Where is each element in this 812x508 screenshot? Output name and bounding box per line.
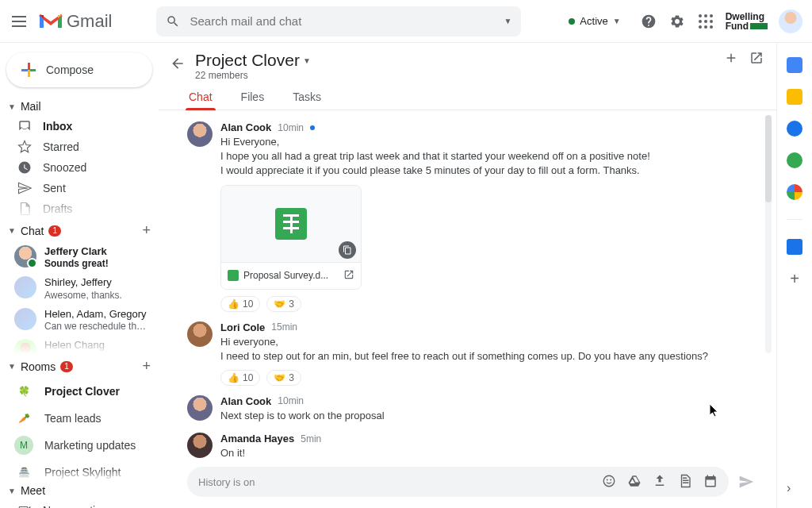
tasks-app-icon[interactable] bbox=[787, 121, 802, 137]
caret-down-icon: ▼ bbox=[8, 226, 16, 235]
message-avatar bbox=[187, 321, 213, 347]
message-author: Amanda Hayes bbox=[220, 433, 294, 444]
room-item[interactable]: 🥕 Team leads bbox=[0, 405, 159, 432]
section-chat-header[interactable]: ▼ Chat 1 + bbox=[0, 219, 159, 242]
copy-doc-icon[interactable] bbox=[339, 241, 356, 259]
message: Amanda Hayes 5min On it! bbox=[187, 428, 760, 460]
nav-inbox-label: Inbox bbox=[43, 120, 72, 133]
calendar-add-icon[interactable] bbox=[703, 474, 718, 491]
presence-status[interactable]: Active ▼ bbox=[561, 12, 628, 30]
drafts-icon bbox=[17, 202, 32, 216]
collapse-icon[interactable] bbox=[724, 51, 738, 67]
avatar bbox=[14, 276, 36, 298]
chat-item[interactable]: Shirley, JefferyAwesome, thanks. bbox=[0, 273, 159, 304]
room-item-project-clover[interactable]: 🍀 Project Clover bbox=[0, 378, 159, 405]
nav-inbox[interactable]: Inbox bbox=[0, 116, 159, 137]
nav-snoozed-label: Snoozed bbox=[43, 161, 86, 174]
profile-avatar[interactable] bbox=[779, 10, 802, 33]
org-line1: Dwelling bbox=[726, 12, 768, 21]
search-input[interactable] bbox=[190, 14, 494, 28]
section-meet-label: Meet bbox=[21, 484, 45, 497]
help-icon[interactable] bbox=[640, 13, 657, 30]
scrollbar-thumb[interactable] bbox=[765, 115, 772, 202]
emoji-icon[interactable] bbox=[602, 474, 616, 491]
tab-chat[interactable]: Chat bbox=[187, 84, 214, 110]
people-app-icon[interactable] bbox=[787, 239, 802, 255]
room-tabs: Chat Files Tasks bbox=[159, 84, 776, 110]
attachment-filename: Proposal Survey.d... bbox=[243, 270, 328, 281]
apps-grid-icon[interactable] bbox=[697, 13, 714, 30]
message-compose-bar[interactable]: History is on bbox=[187, 467, 729, 497]
send-button[interactable] bbox=[738, 474, 754, 492]
settings-gear-icon[interactable] bbox=[668, 13, 686, 30]
reactions: 👍10 🤝3 bbox=[220, 296, 760, 312]
nav-sent[interactable]: Sent bbox=[0, 178, 159, 198]
room-dropdown-icon[interactable]: ▼ bbox=[303, 56, 311, 65]
message: Alan Cook 10min Hi Everyone, I hope you … bbox=[187, 117, 760, 317]
message-body: Next step is to work on the proposal bbox=[220, 409, 760, 423]
collapse-panel-icon[interactable]: › bbox=[787, 481, 802, 497]
nav-snoozed[interactable]: Snoozed bbox=[0, 157, 159, 178]
compose-placeholder: History is on bbox=[198, 476, 255, 488]
caret-down-icon: ▼ bbox=[8, 487, 16, 495]
addons-plus-icon[interactable]: + bbox=[787, 271, 802, 287]
chat-item[interactable]: Jeffery ClarkSounds great! bbox=[0, 242, 159, 273]
room-item[interactable]: M Marketing updates bbox=[0, 432, 159, 459]
room-emoji-icon: M bbox=[14, 436, 33, 455]
compose-button[interactable]: Compose bbox=[6, 52, 152, 87]
chat-preview: Awesome, thanks. bbox=[44, 290, 122, 302]
chat-item[interactable]: Helen, Adam, GregoryCan we reschedule th… bbox=[0, 305, 159, 336]
chat-name: Helen Chang bbox=[44, 339, 105, 352]
room-name: Project Clover bbox=[44, 385, 120, 398]
hamburger-menu-icon[interactable] bbox=[10, 12, 29, 31]
attachment-card[interactable]: Proposal Survey.d... bbox=[220, 185, 362, 290]
gmail-m-icon bbox=[38, 12, 63, 31]
maps-app-icon[interactable] bbox=[787, 184, 802, 200]
room-emoji-icon: 🥕 bbox=[14, 409, 33, 428]
sent-icon bbox=[17, 181, 32, 195]
chat-item[interactable]: Helen Chang bbox=[0, 336, 159, 355]
svg-point-1 bbox=[607, 479, 608, 480]
plus-icon bbox=[21, 62, 36, 78]
gmail-logo[interactable]: Gmail bbox=[38, 11, 112, 32]
section-meet-header[interactable]: ▼ Meet bbox=[0, 481, 159, 500]
doc-icon[interactable] bbox=[678, 474, 692, 491]
nav-drafts[interactable]: Drafts bbox=[0, 198, 159, 219]
nav-new-meeting[interactable]: New meeting bbox=[0, 500, 159, 508]
upload-icon[interactable] bbox=[653, 474, 667, 491]
presence-dropdown-icon: ▼ bbox=[613, 17, 621, 25]
contacts-app-icon[interactable] bbox=[787, 152, 802, 168]
presence-dot-icon bbox=[569, 18, 575, 25]
room-item[interactable]: 🏯 Project Skylight bbox=[0, 459, 159, 481]
section-mail-header[interactable]: ▼ Mail bbox=[0, 97, 159, 116]
drive-icon[interactable] bbox=[627, 474, 642, 491]
header-right: Active ▼ Dwelling Fund bbox=[561, 10, 802, 33]
message-time: 15min bbox=[271, 321, 297, 333]
inbox-icon bbox=[17, 119, 32, 133]
search-options-dropdown-icon[interactable]: ▼ bbox=[504, 17, 512, 25]
reaction[interactable]: 🤝3 bbox=[266, 296, 301, 312]
message-author: Alan Cook bbox=[220, 121, 271, 133]
tab-tasks[interactable]: Tasks bbox=[291, 84, 323, 110]
chat-add-button[interactable]: + bbox=[142, 222, 151, 239]
section-rooms-header[interactable]: ▼ Rooms 1 + bbox=[0, 355, 159, 378]
search-icon bbox=[166, 14, 180, 29]
message-author: Lori Cole bbox=[220, 321, 265, 333]
search-bar[interactable]: ▼ bbox=[156, 6, 521, 37]
keep-app-icon[interactable] bbox=[787, 89, 802, 105]
reaction[interactable]: 👍10 bbox=[220, 296, 260, 312]
main-panel: Project Clover ▼ 22 members Chat Files T… bbox=[159, 43, 777, 508]
room-title[interactable]: Project Clover ▼ bbox=[195, 51, 311, 70]
tab-files[interactable]: Files bbox=[239, 84, 266, 110]
chat-thread[interactable]: Alan Cook 10min Hi Everyone, I hope you … bbox=[159, 110, 776, 460]
reaction[interactable]: 👍10 bbox=[220, 370, 260, 386]
reaction[interactable]: 🤝3 bbox=[266, 370, 301, 386]
open-external-icon[interactable] bbox=[343, 269, 354, 283]
nav-starred[interactable]: Starred bbox=[0, 137, 159, 157]
open-external-icon[interactable] bbox=[749, 51, 764, 67]
sheets-icon bbox=[275, 208, 307, 240]
back-arrow-icon[interactable] bbox=[168, 54, 187, 73]
room-name: Team leads bbox=[44, 412, 102, 425]
calendar-app-icon[interactable] bbox=[787, 57, 802, 73]
rooms-add-button[interactable]: + bbox=[142, 358, 151, 375]
